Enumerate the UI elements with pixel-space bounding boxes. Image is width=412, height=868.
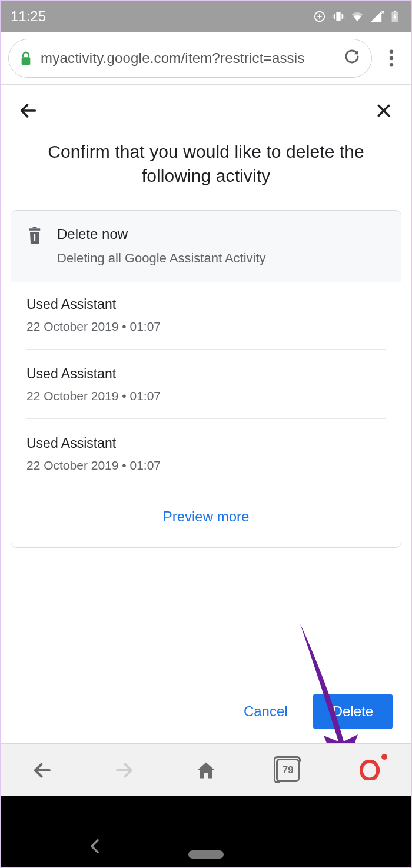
svg-rect-3 <box>336 12 340 21</box>
activity-entry: Used Assistant 22 October 2019 • 01:07 <box>11 282 401 347</box>
svg-rect-6 <box>333 15 333 18</box>
lock-icon <box>19 51 32 66</box>
svg-rect-9 <box>394 11 396 12</box>
cancel-button[interactable]: Cancel <box>239 695 293 728</box>
divider <box>26 488 386 488</box>
page-title: Confirm that you would like to delete th… <box>1 124 411 210</box>
delete-card: Delete now Deleting all Google Assistant… <box>11 210 401 548</box>
status-time: 11:25 <box>11 8 46 25</box>
signal-icon: × <box>370 10 383 23</box>
vibrate-icon <box>332 10 345 23</box>
card-header: Delete now Deleting all Google Assistant… <box>11 211 401 282</box>
android-system-nav <box>1 796 411 867</box>
nav-back-button[interactable] <box>26 754 59 787</box>
svg-rect-19 <box>34 234 35 241</box>
entry-sub: 22 October 2019 • 01:07 <box>26 389 386 403</box>
sysnav-back-icon[interactable] <box>89 839 100 856</box>
svg-rect-10 <box>22 57 31 65</box>
data-saver-icon <box>313 10 326 23</box>
nav-forward-button[interactable] <box>108 754 141 787</box>
opera-menu-button[interactable] <box>353 754 386 787</box>
svg-point-22 <box>361 761 378 779</box>
card-header-sub: Deleting all Google Assistant Activity <box>57 251 266 266</box>
delete-button[interactable]: Delete <box>313 694 393 729</box>
sysnav-home-pill[interactable] <box>188 850 224 859</box>
activity-entry: Used Assistant 22 October 2019 • 01:07 <box>11 421 401 485</box>
page-content: Confirm that you would like to delete th… <box>1 85 411 743</box>
entry-title: Used Assistant <box>26 435 386 451</box>
trash-icon <box>26 226 43 266</box>
wifi-icon <box>351 10 364 23</box>
status-icons: × <box>313 10 401 23</box>
battery-icon <box>388 10 401 23</box>
svg-point-11 <box>390 49 394 54</box>
back-button[interactable] <box>15 98 41 124</box>
activity-entry: Used Assistant 22 October 2019 • 01:07 <box>11 352 401 416</box>
svg-point-12 <box>390 56 394 60</box>
android-statusbar: 11:25 × <box>1 1 411 32</box>
svg-rect-4 <box>334 14 335 19</box>
dialog-actions: Cancel Delete <box>239 694 393 729</box>
entry-sub: 22 October 2019 • 01:07 <box>26 320 386 334</box>
divider <box>26 418 386 419</box>
svg-rect-17 <box>29 228 40 230</box>
svg-rect-5 <box>342 14 343 19</box>
card-header-title: Delete now <box>57 226 266 242</box>
browser-menu-button[interactable] <box>379 46 404 71</box>
opera-bottom-nav: 79 <box>1 743 411 796</box>
browser-address-bar: myactivity.google.com/item?restrict=assi… <box>1 32 411 85</box>
preview-more-link[interactable]: Preview more <box>11 491 401 547</box>
svg-point-13 <box>390 63 394 67</box>
close-button[interactable] <box>371 98 397 124</box>
svg-rect-7 <box>344 15 344 18</box>
notification-dot-icon <box>381 754 387 760</box>
tab-count: 79 <box>276 759 300 782</box>
svg-rect-18 <box>33 227 37 228</box>
divider <box>26 349 386 350</box>
entry-title: Used Assistant <box>26 366 386 382</box>
omnibox[interactable]: myactivity.google.com/item?restrict=assi… <box>8 39 372 78</box>
entry-title: Used Assistant <box>26 297 386 312</box>
url-text: myactivity.google.com/item?restrict=assi… <box>41 50 335 66</box>
nav-home-button[interactable] <box>190 754 222 787</box>
nav-tabs-button[interactable]: 79 <box>271 754 304 787</box>
reload-icon[interactable] <box>343 48 361 69</box>
entry-sub: 22 October 2019 • 01:07 <box>26 458 386 473</box>
